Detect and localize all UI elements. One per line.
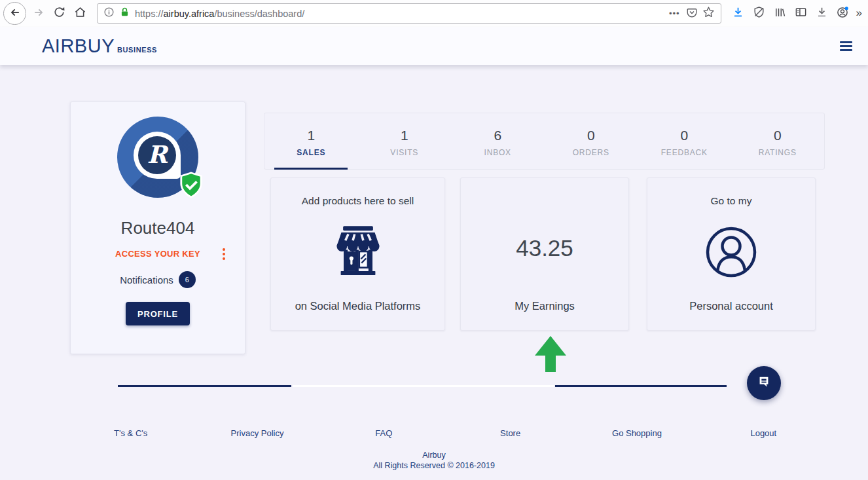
notifications-badge: 6	[179, 271, 196, 288]
up-arrow-indicator	[532, 335, 570, 375]
back-button[interactable]	[3, 2, 26, 25]
account-button[interactable]	[833, 3, 853, 24]
sales-label: SALES	[297, 148, 325, 157]
tab-feedback[interactable]: 0 FEEDBACK	[638, 113, 731, 169]
library-button[interactable]	[770, 3, 790, 24]
avatar: R	[117, 117, 198, 198]
footer-brand: Airbuy	[0, 451, 868, 460]
earnings-card[interactable]: 43.25 My Earnings	[460, 177, 629, 331]
brand-logo[interactable]: AIRBUYBUSINESS	[42, 35, 157, 57]
brand-suffix: BUSINESS	[117, 46, 157, 54]
url-text: https://airbuy.africa/business/dashboard…	[135, 9, 663, 19]
feedback-count: 0	[680, 128, 688, 143]
download-blue-icon	[732, 6, 744, 21]
ratings-label: RATINGS	[759, 148, 797, 157]
storefront-icon	[329, 223, 387, 283]
inbox-label: INBOX	[484, 148, 511, 157]
verified-shield-icon	[179, 172, 204, 202]
sales-count: 1	[307, 128, 315, 143]
footer-link-store[interactable]: Store	[447, 428, 573, 438]
download-active-button[interactable]	[728, 3, 748, 24]
url-bar[interactable]: https://airbuy.africa/business/dashboard…	[97, 3, 721, 24]
footer-copyright: All Rights Reserved © 2016-2019	[0, 461, 868, 470]
footer-link-terms[interactable]: T's & C's	[67, 428, 194, 438]
refresh-button[interactable]	[49, 3, 69, 24]
pocket-icon[interactable]	[686, 7, 698, 21]
account-icon	[836, 6, 849, 22]
divider-left	[118, 385, 291, 387]
add-products-card[interactable]: Add products here to sell	[270, 177, 445, 331]
account-text-top: Go to my	[647, 195, 815, 207]
refresh-icon	[53, 6, 65, 21]
profile-button[interactable]: PROFILE	[126, 302, 190, 325]
ratings-count: 0	[774, 128, 782, 143]
stats-tab-bar: 1 SALES 1 VISITS 6 INBOX 0 ORDERS 0 FEED…	[264, 113, 825, 170]
orders-label: ORDERS	[573, 148, 609, 157]
add-products-text-bottom: on Social Media Platforms	[271, 300, 444, 312]
store-logo-letter: R	[138, 136, 176, 174]
notifications-label: Notifications	[120, 274, 173, 286]
personal-account-card[interactable]: Go to my Personal account	[647, 177, 816, 331]
bookmark-star-icon[interactable]	[702, 6, 715, 21]
footer-link-logout[interactable]: Logout	[700, 428, 827, 438]
https-lock-icon[interactable]	[119, 7, 130, 20]
footer-link-faq[interactable]: FAQ	[321, 428, 447, 438]
home-button[interactable]	[70, 3, 90, 24]
tab-sales[interactable]: 1 SALES	[264, 113, 358, 169]
footer-link-go-shopping[interactable]: Go Shopping	[573, 428, 700, 438]
browser-window: https://airbuy.africa/business/dashboard…	[0, 0, 868, 480]
earnings-label: My Earnings	[461, 300, 628, 312]
chat-fab-button[interactable]	[747, 366, 781, 400]
divider-right	[555, 385, 727, 387]
visits-label: VISITS	[390, 148, 418, 157]
page-actions-button[interactable]: •••	[668, 9, 681, 18]
library-icon	[774, 7, 786, 21]
inbox-count: 6	[494, 128, 501, 143]
access-your-key-link[interactable]: ACCESS YOUR KEY	[71, 249, 245, 259]
visits-count: 1	[401, 128, 408, 143]
site-info-icon[interactable]	[103, 7, 115, 20]
earnings-value: 43.25	[461, 235, 628, 261]
tab-visits[interactable]: 1 VISITS	[358, 113, 452, 169]
footer-links: T's & C's Privacy Policy FAQ Store Go Sh…	[0, 413, 868, 438]
footer-link-privacy[interactable]: Privacy Policy	[194, 428, 320, 438]
person-circle-icon	[702, 223, 761, 284]
home-icon	[74, 6, 86, 21]
hamburger-menu-icon[interactable]	[840, 41, 852, 51]
active-tab-indicator	[274, 168, 348, 170]
sidebar-icon	[795, 6, 807, 21]
downloads-button[interactable]	[812, 3, 832, 24]
divider-middle	[293, 385, 554, 387]
brand-name: AIRBUY	[42, 35, 115, 56]
account-text-bottom: Personal account	[647, 300, 815, 312]
forward-arrow-icon	[32, 6, 45, 22]
back-arrow-icon	[9, 6, 22, 22]
shield-icon	[753, 6, 765, 21]
page-footer: T's & C's Privacy Policy FAQ Store Go Sh…	[0, 413, 868, 480]
orders-count: 0	[587, 128, 595, 143]
profile-card: R Route404 ACCESS YOUR KEY Notifications…	[70, 102, 245, 354]
store-name: Route404	[71, 218, 245, 238]
dashboard-main: R Route404 ACCESS YOUR KEY Notifications…	[0, 65, 868, 413]
toolbar-overflow-button[interactable]: »	[854, 7, 865, 21]
more-options-icon[interactable]	[223, 248, 225, 260]
notifications-link[interactable]: Notifications 6	[71, 271, 245, 288]
sidebar-button[interactable]	[791, 3, 811, 24]
content-blocking-button[interactable]	[749, 3, 769, 24]
feedback-label: FEEDBACK	[661, 148, 708, 157]
download-gray-icon	[816, 6, 828, 21]
browser-toolbar: https://airbuy.africa/business/dashboard…	[0, 0, 868, 28]
add-products-text-top: Add products here to sell	[271, 195, 444, 207]
site-header: AIRBUYBUSINESS	[0, 27, 868, 65]
tab-orders[interactable]: 0 ORDERS	[545, 113, 638, 169]
chat-bubble-icon	[757, 375, 771, 392]
tab-ratings[interactable]: 0 RATINGS	[731, 113, 825, 169]
tab-inbox[interactable]: 6 INBOX	[451, 113, 545, 169]
forward-button[interactable]	[28, 3, 48, 24]
